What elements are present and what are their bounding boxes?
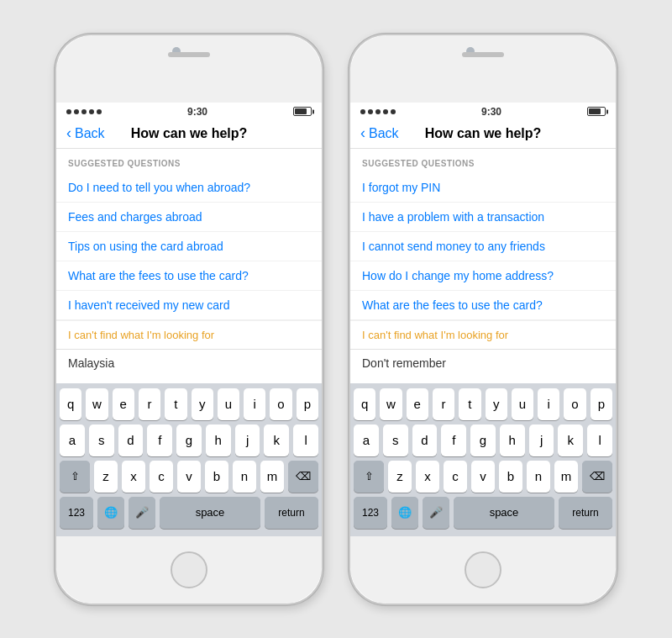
key-p-right[interactable]: p xyxy=(591,388,612,420)
battery-fill-right xyxy=(589,108,601,114)
key-h-left[interactable]: h xyxy=(206,424,231,456)
space-key-left[interactable]: space xyxy=(160,497,260,529)
screen-left: 9:30 ‹ Back How can we help? SUGGESTED Q… xyxy=(56,103,322,536)
key-y-right[interactable]: y xyxy=(486,388,507,420)
key-t-right[interactable]: t xyxy=(459,388,480,420)
phone-left: 9:30 ‹ Back How can we help? SUGGESTED Q… xyxy=(55,34,323,605)
phone-wrapper: 9:30 ‹ Back How can we help? SUGGESTED Q… xyxy=(55,34,617,605)
key-b-left[interactable]: b xyxy=(205,461,228,493)
key-w-right[interactable]: w xyxy=(380,388,402,420)
key-m-right[interactable]: m xyxy=(554,461,578,493)
back-chevron-right: ‹ xyxy=(360,124,365,142)
keyboard-row-left-1: a s d f g h j k l xyxy=(60,424,318,456)
key-s-left[interactable]: s xyxy=(89,424,114,456)
key-g-right[interactable]: g xyxy=(470,424,496,456)
suggestion-item-right-4[interactable]: What are the fees to use the card? xyxy=(350,291,616,320)
suggestion-item-right-3[interactable]: How do I change my home address? xyxy=(350,261,616,291)
key-l-right[interactable]: l xyxy=(587,424,612,456)
status-right-left xyxy=(293,107,312,116)
key-q-left[interactable]: q xyxy=(60,388,81,420)
suggestion-item-left-1[interactable]: Fees and charges abroad xyxy=(56,203,322,232)
delete-key-left[interactable]: ⌫ xyxy=(288,461,318,493)
key-r-right[interactable]: r xyxy=(433,388,454,420)
suggestion-item-left-3[interactable]: What are the fees to use the card? xyxy=(56,261,322,291)
key-q-right[interactable]: q xyxy=(354,388,375,420)
key-h-right[interactable]: h xyxy=(500,424,525,456)
phone-top-bar-left xyxy=(56,35,322,103)
key-a-right[interactable]: a xyxy=(354,424,379,456)
key-a-left[interactable]: a xyxy=(60,424,85,456)
key-j-right[interactable]: j xyxy=(529,424,554,456)
key-x-left[interactable]: x xyxy=(122,461,145,493)
key-z-left[interactable]: z xyxy=(94,461,118,493)
key-j-left[interactable]: j xyxy=(235,424,260,456)
search-input-right[interactable]: Don't remember xyxy=(350,349,616,377)
key-o-left[interactable]: o xyxy=(270,388,291,420)
key-n-left[interactable]: n xyxy=(233,461,256,493)
shift-key-right[interactable]: ⇧ xyxy=(354,461,384,493)
key-c-left[interactable]: c xyxy=(150,461,173,493)
key-f-right[interactable]: f xyxy=(441,424,466,456)
suggestion-item-right-1[interactable]: I have a problem with a transaction xyxy=(350,203,616,232)
home-button-left[interactable] xyxy=(171,551,207,588)
suggestion-item-left-4[interactable]: I haven't received my new card xyxy=(56,291,322,320)
key-z-right[interactable]: z xyxy=(388,461,412,493)
back-button-right[interactable]: ‹ Back xyxy=(360,124,399,142)
return-key-left[interactable]: return xyxy=(265,497,318,529)
find-link-right[interactable]: I can't find what I'm looking for xyxy=(350,320,616,349)
globe-key-right[interactable]: 🌐 xyxy=(391,497,418,529)
back-button-left[interactable]: ‹ Back xyxy=(66,124,105,142)
delete-key-right[interactable]: ⌫ xyxy=(582,461,612,493)
key-d-left[interactable]: d xyxy=(118,424,144,456)
key-g-left[interactable]: g xyxy=(176,424,202,456)
key-x-right[interactable]: x xyxy=(416,461,439,493)
mic-key-left[interactable]: 🎤 xyxy=(129,497,155,529)
key-p-left[interactable]: p xyxy=(297,388,318,420)
key-l-left[interactable]: l xyxy=(293,424,318,456)
key-s-right[interactable]: s xyxy=(383,424,408,456)
home-button-right[interactable] xyxy=(465,551,501,588)
phone-right: 9:30 ‹ Back How can we help? SUGGESTED Q… xyxy=(349,34,617,605)
key-e-right[interactable]: e xyxy=(407,388,428,420)
screen-right: 9:30 ‹ Back How can we help? SUGGESTED Q… xyxy=(350,103,616,536)
key-o-right[interactable]: o xyxy=(564,388,585,420)
shift-key-left[interactable]: ⇧ xyxy=(60,461,90,493)
key-e-left[interactable]: e xyxy=(113,388,134,420)
key-c-right[interactable]: c xyxy=(444,461,467,493)
key-u-left[interactable]: u xyxy=(218,388,239,420)
key-v-left[interactable]: v xyxy=(177,461,201,493)
content-right: SUGGESTED QUESTIONS I forgot my PIN I ha… xyxy=(350,149,616,383)
section-label-right: SUGGESTED QUESTIONS xyxy=(350,149,616,173)
key-w-left[interactable]: w xyxy=(86,388,108,420)
key-k-right[interactable]: k xyxy=(558,424,583,456)
globe-key-left[interactable]: 🌐 xyxy=(97,497,124,529)
key-i-left[interactable]: i xyxy=(244,388,265,420)
suggestion-item-right-2[interactable]: I cannot send money to any friends xyxy=(350,232,616,261)
search-input-left[interactable]: Malaysia xyxy=(56,349,322,377)
key-v-right[interactable]: v xyxy=(471,461,495,493)
key-r-left[interactable]: r xyxy=(139,388,160,420)
keyboard-row-left-2: ⇧ z x c v b n m ⌫ xyxy=(60,461,318,493)
space-key-right[interactable]: space xyxy=(454,497,554,529)
return-key-right[interactable]: return xyxy=(559,497,612,529)
key-f-left[interactable]: f xyxy=(147,424,172,456)
key-n-right[interactable]: n xyxy=(527,461,550,493)
suggestion-item-left-2[interactable]: Tips on using the card abroad xyxy=(56,232,322,261)
status-bar-left: 9:30 xyxy=(56,103,322,119)
suggestion-item-left-0[interactable]: Do I need to tell you when abroad? xyxy=(56,173,322,203)
key-b-right[interactable]: b xyxy=(499,461,522,493)
key-k-left[interactable]: k xyxy=(264,424,289,456)
num-key-left[interactable]: 123 xyxy=(60,497,93,529)
key-y-left[interactable]: y xyxy=(192,388,213,420)
key-t-left[interactable]: t xyxy=(165,388,186,420)
mic-key-right[interactable]: 🎤 xyxy=(423,497,449,529)
key-m-left[interactable]: m xyxy=(260,461,284,493)
key-u-right[interactable]: u xyxy=(512,388,533,420)
key-i-right[interactable]: i xyxy=(538,388,559,420)
status-bar-right: 9:30 xyxy=(350,103,616,119)
find-link-left[interactable]: I can't find what I'm looking for xyxy=(56,320,322,349)
nav-title-right: How can we help? xyxy=(425,126,542,141)
key-d-right[interactable]: d xyxy=(412,424,438,456)
num-key-right[interactable]: 123 xyxy=(354,497,387,529)
suggestion-item-right-0[interactable]: I forgot my PIN xyxy=(350,173,616,203)
